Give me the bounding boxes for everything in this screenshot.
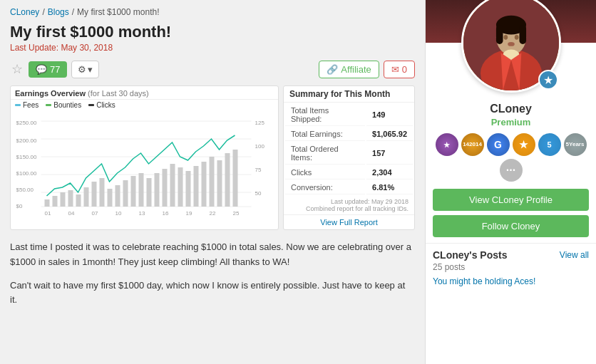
table-row: Clicks 2,304 <box>285 166 413 180</box>
fees-legend: Fees <box>15 101 38 109</box>
svg-text:$250.00: $250.00 <box>16 120 37 126</box>
summary-value: 149 <box>366 104 413 126</box>
blog-content: Last time I posted it was to celebrate r… <box>10 240 415 308</box>
table-row: Conversion: 6.81% <box>285 181 413 194</box>
affiliate-label: Affiliate <box>341 64 371 75</box>
svg-rect-26 <box>123 180 128 207</box>
affiliate-button[interactable]: 🔗 Affiliate <box>319 61 379 78</box>
follow-button[interactable]: Follow Cloney <box>433 215 589 237</box>
view-full-report-link[interactable]: View Full Report <box>284 214 414 229</box>
chart-legend: Fees Bounties Clicks <box>11 100 278 110</box>
badge-item: 5Years <box>564 133 587 156</box>
comment-count: 77 <box>50 64 60 75</box>
comment-button[interactable]: 💬 77 <box>29 61 67 78</box>
sidebar-username: CLoney <box>433 103 589 115</box>
posts-header: CLoney's Posts View all <box>433 249 589 261</box>
svg-rect-32 <box>170 164 175 207</box>
svg-rect-17 <box>53 196 58 207</box>
last-update: Last Update: May 30, 2018 <box>10 43 415 53</box>
blog-para-2: Can't wait to have my first $1000 day, w… <box>10 279 415 308</box>
breadcrumb-user[interactable]: CLoney <box>10 7 39 17</box>
summary-table: Total Items Shipped: 149 Total Earnings:… <box>284 103 414 196</box>
svg-rect-23 <box>100 178 105 207</box>
svg-text:04: 04 <box>68 210 75 217</box>
svg-rect-20 <box>76 194 81 207</box>
svg-rect-33 <box>178 167 183 207</box>
svg-rect-58 <box>519 25 526 44</box>
svg-text:100: 100 <box>255 143 265 150</box>
table-row: Total Items Shipped: 149 <box>285 104 413 126</box>
gear-icon: ⚙ <box>78 64 86 75</box>
svg-text:$200.00: $200.00 <box>16 137 37 144</box>
summary-title: Summary for This Month <box>284 86 414 103</box>
svg-rect-28 <box>139 173 144 207</box>
table-row: Total Ordered Items: 157 <box>285 142 413 165</box>
page-title: My first $1000 month! <box>10 23 415 41</box>
svg-rect-35 <box>194 166 199 207</box>
view-all-link[interactable]: View all <box>560 250 589 260</box>
summary-label: Clicks <box>285 166 365 180</box>
svg-point-60 <box>514 35 518 40</box>
chart-area: Earnings Overview (for Last 30 days) Fee… <box>10 85 415 230</box>
clicks-legend: Clicks <box>88 101 115 109</box>
mail-button[interactable]: ✉ 0 <box>384 61 415 78</box>
svg-text:$0: $0 <box>16 203 23 209</box>
earnings-chart: Earnings Overview (for Last 30 days) Fee… <box>10 85 279 230</box>
svg-rect-27 <box>131 176 136 207</box>
summary-value: 157 <box>366 142 413 165</box>
comment-icon: 💬 <box>36 64 47 75</box>
svg-rect-38 <box>217 160 222 207</box>
breadcrumb-sep1: / <box>42 7 44 17</box>
svg-rect-34 <box>186 171 191 207</box>
star-button[interactable]: ☆ <box>10 60 24 78</box>
badge-item: 5 <box>538 133 561 156</box>
svg-rect-22 <box>92 182 97 207</box>
post-link[interactable]: You might be holding Aces! <box>433 276 589 286</box>
mail-icon: ✉ <box>391 64 399 75</box>
svg-rect-30 <box>155 173 160 207</box>
breadcrumb-blogs[interactable]: Blogs <box>48 7 69 17</box>
summary-label: Total Earnings: <box>285 128 365 141</box>
view-profile-button[interactable]: View CLoney Profile <box>433 189 589 211</box>
svg-text:125: 125 <box>255 120 265 126</box>
posts-section: CLoney's Posts View all 25 posts You mig… <box>426 243 596 292</box>
badge-item: 142014 <box>461 133 484 156</box>
badge-item: G <box>487 133 510 156</box>
sidebar: ★ CLoney Premium ★ 142014 G ★ 5 5Years ·… <box>425 0 596 364</box>
svg-point-61 <box>508 42 515 46</box>
svg-rect-57 <box>495 25 503 44</box>
svg-text:50: 50 <box>255 190 262 197</box>
svg-rect-29 <box>147 178 152 207</box>
summary-value: 6.81% <box>366 181 413 194</box>
svg-text:01: 01 <box>45 210 51 217</box>
more-badges-button[interactable]: ··· <box>500 159 523 182</box>
summary-panel: Summary for This Month Total Items Shipp… <box>283 85 415 230</box>
svg-text:16: 16 <box>163 210 169 217</box>
summary-value: $1,065.92 <box>366 128 413 141</box>
avatar-star-badge: ★ <box>538 70 558 90</box>
summary-footer: Last updated: May 29 2018 Combined repor… <box>284 196 414 214</box>
svg-text:10: 10 <box>115 210 122 217</box>
summary-label: Conversion: <box>285 181 365 194</box>
svg-rect-21 <box>84 187 89 207</box>
svg-text:13: 13 <box>139 210 145 217</box>
mail-count: 0 <box>402 64 407 75</box>
svg-rect-40 <box>233 150 238 207</box>
badge-item: ★ <box>513 133 535 156</box>
svg-rect-31 <box>163 169 168 207</box>
sidebar-level: Premium <box>433 117 589 128</box>
posts-title: CLoney's Posts <box>433 249 507 261</box>
svg-rect-16 <box>45 199 50 207</box>
table-row: Total Earnings: $1,065.92 <box>285 128 413 141</box>
toolbar-left: ☆ 💬 77 ⚙ ▾ <box>10 60 99 78</box>
bounties-legend: Bounties <box>46 101 81 109</box>
svg-text:25: 25 <box>233 210 240 217</box>
svg-point-59 <box>503 35 508 40</box>
blog-para-1: Last time I posted it was to celebrate r… <box>10 240 415 270</box>
svg-text:$100.00: $100.00 <box>16 170 37 177</box>
badges-row: ★ 142014 G ★ 5 5Years ··· <box>433 133 589 182</box>
svg-text:$50.00: $50.00 <box>16 187 34 193</box>
settings-button[interactable]: ⚙ ▾ <box>71 61 99 78</box>
summary-label: Total Items Shipped: <box>285 104 365 126</box>
toolbar: ☆ 💬 77 ⚙ ▾ 🔗 Affiliate ✉ 0 <box>10 60 415 78</box>
